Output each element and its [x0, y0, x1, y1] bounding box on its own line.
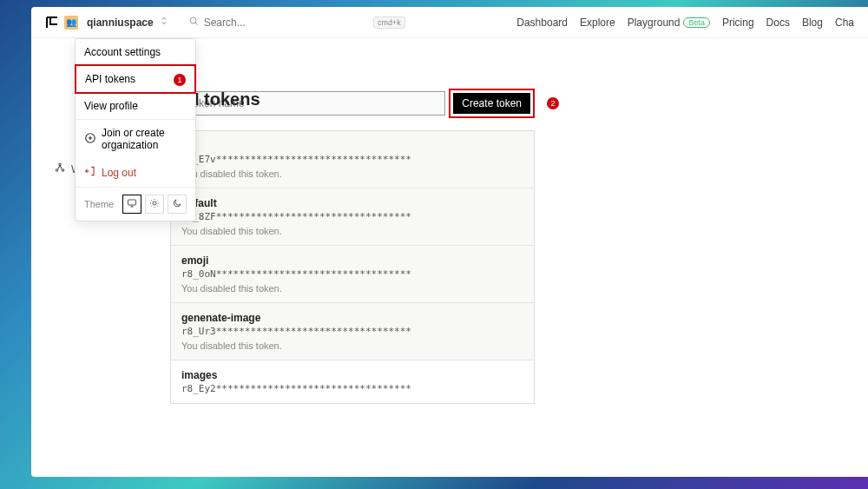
- theme-light-button[interactable]: [145, 195, 164, 214]
- moon-icon: [172, 198, 182, 211]
- token-card[interactable]: Default r8_8ZF**************************…: [171, 188, 534, 246]
- svg-point-5: [62, 169, 63, 171]
- dd-join-org[interactable]: Join or create organization: [76, 120, 195, 158]
- search-icon: [188, 16, 199, 29]
- brand-logo-icon: [45, 16, 59, 30]
- logout-icon: [84, 165, 96, 180]
- token-name: g: [181, 140, 523, 152]
- token-name: images: [181, 369, 523, 381]
- svg-point-6: [59, 163, 61, 165]
- annotation-2: 2: [547, 97, 559, 109]
- tokens-list: g r8_E7v********************************…: [170, 130, 535, 404]
- token-card[interactable]: g r8_E7v********************************…: [171, 131, 534, 188]
- svg-rect-2: [128, 200, 136, 205]
- nav-blog[interactable]: Blog: [802, 17, 823, 29]
- token-card[interactable]: genenate-image r8_Ur3*******************…: [171, 303, 534, 360]
- nav-changelog[interactable]: Cha: [835, 17, 854, 29]
- top-navigation: Dashboard Explore Playground Beta Pricin…: [516, 17, 854, 29]
- token-card[interactable]: emoji r8_0oN****************************…: [171, 246, 534, 303]
- plus-circle-icon: [84, 132, 96, 147]
- workspace-switcher[interactable]: 👥 qianniuspace: [45, 16, 169, 30]
- beta-badge: Beta: [683, 17, 710, 28]
- token-secret: r8_E7v**********************************: [181, 154, 523, 165]
- search-input[interactable]: [204, 17, 368, 29]
- token-name: genenate-image: [181, 312, 523, 324]
- sun-icon: [149, 198, 160, 211]
- page-title: I tokens: [194, 89, 260, 109]
- token-note: You disabled this token.: [181, 283, 523, 294]
- monitor-icon: [127, 198, 137, 211]
- theme-dark-button[interactable]: [168, 195, 187, 214]
- topbar: 👥 qianniuspace cmd+k Dashboard Explore P…: [31, 7, 868, 38]
- svg-point-0: [190, 17, 196, 23]
- token-secret: r8_Ey2**********************************: [181, 383, 523, 394]
- token-note: You disabled this token.: [181, 169, 523, 179]
- dd-api-tokens[interactable]: API tokens 1: [75, 64, 196, 94]
- nav-docs[interactable]: Docs: [766, 17, 790, 29]
- annotation-1: 1: [174, 74, 186, 86]
- dd-log-out[interactable]: Log out: [76, 158, 195, 187]
- token-secret: r8_0oN**********************************: [181, 268, 523, 280]
- svg-point-3: [153, 202, 156, 205]
- global-search[interactable]: cmd+k: [188, 16, 405, 29]
- theme-system-button[interactable]: [122, 195, 141, 214]
- workspace-dropdown: Account settings API tokens 1 View profi…: [75, 38, 196, 221]
- create-button-highlight: Create token: [449, 89, 535, 118]
- token-note: You disabled this token.: [181, 226, 523, 236]
- dd-account-settings[interactable]: Account settings: [76, 39, 195, 65]
- token-card[interactable]: images r8_Ey2***************************…: [171, 360, 534, 403]
- webhook-icon: [54, 162, 66, 176]
- token-name: Default: [181, 197, 523, 209]
- nav-dashboard[interactable]: Dashboard: [516, 17, 568, 29]
- token-name: emoji: [181, 254, 523, 267]
- svg-point-4: [56, 169, 57, 171]
- nav-pricing[interactable]: Pricing: [722, 17, 754, 29]
- app-window: 👥 qianniuspace cmd+k Dashboard Explore P…: [31, 7, 868, 477]
- dd-view-profile[interactable]: View profile: [76, 93, 195, 119]
- token-secret: r8_8ZF**********************************: [181, 211, 523, 222]
- create-token-button[interactable]: Create token: [453, 93, 530, 114]
- workspace-avatar: 👥: [64, 16, 78, 30]
- token-secret: r8_Ur3**********************************: [181, 326, 523, 337]
- search-shortcut: cmd+k: [373, 17, 405, 29]
- chevron-updown-icon: [159, 16, 169, 29]
- token-note: You disabled this token.: [181, 340, 523, 351]
- theme-label: Theme: [84, 199, 114, 209]
- workspace-name: qianniuspace: [87, 17, 154, 29]
- dd-theme-row: Theme: [76, 188, 195, 221]
- nav-playground[interactable]: Playground: [628, 17, 681, 29]
- nav-explore[interactable]: Explore: [580, 17, 615, 29]
